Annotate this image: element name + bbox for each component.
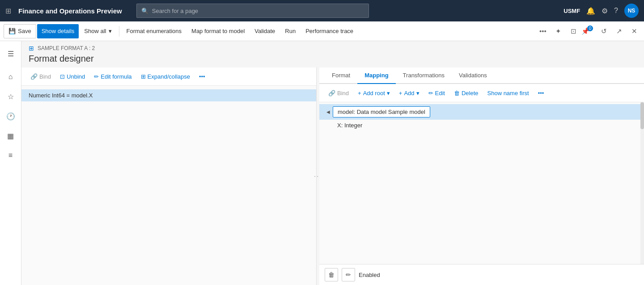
- bottom-delete-button[interactable]: 🗑: [325, 268, 338, 281]
- more-options-button[interactable]: •••: [537, 25, 549, 38]
- bind-button[interactable]: 🔗 Bind: [27, 70, 55, 83]
- tab-validations[interactable]: Validations: [452, 67, 494, 84]
- add-root-icon: +: [358, 90, 361, 96]
- save-icon: 💾: [8, 28, 16, 34]
- format-enumerations-button[interactable]: Format enumerations: [122, 24, 186, 38]
- search-input[interactable]: [152, 8, 364, 14]
- workspaces-nav[interactable]: ▦: [2, 127, 20, 145]
- right-panel: Format Mapping Transformations Validatio…: [319, 67, 644, 285]
- recent-nav[interactable]: 🕐: [2, 107, 20, 125]
- favorites-nav[interactable]: ☆: [2, 88, 20, 105]
- left-panel: 🔗 Bind ⊡ Unbind ✏ Edit formula ⊞ Expand/…: [21, 67, 317, 285]
- link-icon: 🔗: [30, 73, 38, 80]
- right-panel-bottom: 🗑 ✏ Enabled: [319, 264, 644, 285]
- app-title: Finance and Operations Preview: [18, 7, 122, 15]
- topbar: ⊞ Finance and Operations Preview 🔍 USMF …: [0, 0, 644, 21]
- unbind-button[interactable]: ⊡ Unbind: [56, 70, 89, 83]
- mapping-bind-button[interactable]: 🔗 Bind: [325, 87, 352, 99]
- left-more-button[interactable]: •••: [195, 70, 209, 83]
- mapping-toolbar: 🔗 Bind + Add root + Add ✏: [319, 84, 644, 102]
- chevron-down-icon: [109, 28, 112, 34]
- help-icon[interactable]: ?: [614, 7, 618, 15]
- show-all-button[interactable]: Show all: [80, 24, 116, 38]
- mapping-link-icon: 🔗: [328, 90, 335, 96]
- add-chevron: [416, 90, 419, 96]
- breadcrumb: SAMPLE FORMAT A : 2: [38, 45, 95, 51]
- search-box[interactable]: 🔍: [136, 4, 369, 18]
- notification-icon[interactable]: 🔔: [586, 7, 595, 15]
- edit-button[interactable]: ✏ Edit: [425, 87, 449, 99]
- collapse-icon: ◀: [326, 109, 330, 114]
- show-name-first-button[interactable]: Show name first: [484, 87, 533, 99]
- scrollbar-track[interactable]: [640, 102, 644, 264]
- enabled-label: Enabled: [359, 272, 380, 278]
- add-button[interactable]: + Add: [395, 87, 423, 99]
- page-title: Format designer: [21, 52, 644, 67]
- search-icon: 🔍: [141, 8, 148, 14]
- tabs-bar: Format Mapping Transformations Validatio…: [319, 67, 644, 84]
- bottom-trash-icon: 🗑: [328, 271, 335, 278]
- bottom-edit-button[interactable]: ✏: [342, 268, 355, 281]
- open-external-button[interactable]: ↗: [613, 25, 625, 38]
- pin-button[interactable]: 📌 0: [582, 25, 595, 38]
- mapping-tree: ◀ model: Data model Sample model X: Inte…: [319, 102, 644, 264]
- tab-format[interactable]: Format: [325, 67, 357, 84]
- scrollbar-thumb[interactable]: [640, 102, 644, 129]
- validate-button[interactable]: Validate: [250, 24, 280, 38]
- secondary-toolbar: 💾 Save Show details Show all Format enum…: [0, 21, 644, 41]
- grid-icon[interactable]: ⊞: [5, 7, 11, 15]
- edit-formula-button[interactable]: ✏ Edit formula: [90, 70, 135, 83]
- delete-button[interactable]: 🗑 Delete: [450, 87, 482, 99]
- show-details-button[interactable]: Show details: [37, 24, 79, 38]
- toolbar-right: ••• ✦ ⊡ 📌 0 ↺ ↗ ✕: [537, 25, 640, 38]
- expand-icon: ⊞: [141, 73, 146, 80]
- map-format-button[interactable]: Map format to model: [187, 24, 249, 38]
- settings-icon[interactable]: ⚙: [602, 7, 608, 15]
- filter-button[interactable]: ✦: [552, 25, 564, 38]
- sidenav: ☰ ⌂ ☆ 🕐 ▦ ≡: [0, 41, 21, 285]
- designer-area: 🔗 Bind ⊡ Unbind ✏ Edit formula ⊞ Expand/…: [21, 67, 644, 285]
- trash-icon: 🗑: [454, 90, 460, 96]
- expand-collapse-button[interactable]: ⊞ Expand/collapse: [137, 70, 194, 83]
- tab-transformations[interactable]: Transformations: [396, 67, 452, 84]
- avatar[interactable]: NS: [624, 4, 639, 18]
- modules-nav[interactable]: ≡: [2, 147, 20, 164]
- model-node: model: Data model Sample model: [333, 106, 430, 117]
- mapping-more-button[interactable]: •••: [534, 87, 548, 99]
- refresh-button[interactable]: ↺: [597, 25, 610, 38]
- left-panel-toolbar: 🔗 Bind ⊡ Unbind ✏ Edit formula ⊞ Expand/…: [21, 67, 316, 86]
- performance-trace-button[interactable]: Performance trace: [301, 24, 358, 38]
- close-button[interactable]: ✕: [628, 25, 640, 38]
- unbind-icon: ⊡: [60, 73, 65, 80]
- format-tree: Numeric Int64 = model.X: [21, 86, 316, 285]
- company-code: USMF: [564, 8, 580, 14]
- home-nav[interactable]: ⌂: [2, 68, 20, 86]
- tree-item[interactable]: Numeric Int64 = model.X: [21, 89, 316, 101]
- hamburger-menu[interactable]: ☰: [2, 45, 20, 63]
- topbar-right: USMF 🔔 ⚙ ? NS: [564, 4, 639, 18]
- edit-pencil-icon: ✏: [428, 90, 433, 96]
- notification-badge: 0: [587, 25, 593, 31]
- bottom-pencil-icon: ✏: [346, 271, 351, 278]
- x-integer-item[interactable]: X: Integer: [319, 120, 644, 131]
- add-root-chevron: [387, 90, 390, 96]
- run-button[interactable]: Run: [280, 24, 300, 38]
- save-button[interactable]: 💾 Save: [4, 24, 36, 38]
- add-icon: +: [399, 90, 402, 96]
- filter-icon[interactable]: ⊞: [29, 45, 34, 52]
- separator-1: [119, 26, 119, 37]
- main-layout: ☰ ⌂ ☆ 🕐 ▦ ≡ ⊞ SAMPLE FORMAT A : 2 Format…: [0, 41, 644, 285]
- content-area: ⊞ SAMPLE FORMAT A : 2 Format designer 🔗 …: [21, 41, 644, 285]
- layout-button[interactable]: ⊡: [567, 25, 580, 38]
- tab-mapping[interactable]: Mapping: [357, 67, 395, 84]
- pencil-icon: ✏: [94, 73, 99, 80]
- model-root-item[interactable]: ◀ model: Data model Sample model: [319, 104, 644, 120]
- add-root-button[interactable]: + Add root: [354, 87, 394, 99]
- x-integer-label: X: Integer: [337, 122, 362, 129]
